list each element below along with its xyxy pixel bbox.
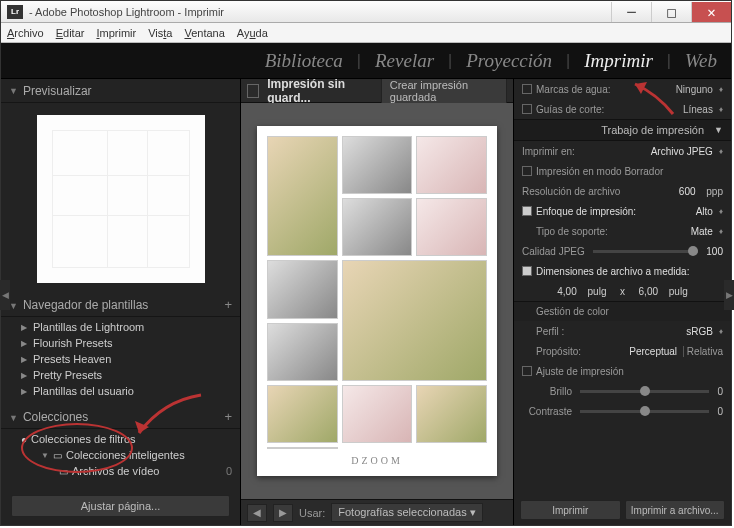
checkbox[interactable] [522, 166, 532, 176]
jpeg-quality-row: Calidad JPEG100 [514, 241, 731, 261]
photo-cell[interactable] [267, 385, 338, 443]
print-button[interactable]: Imprimir [520, 500, 621, 520]
checkbox-checked[interactable] [522, 266, 532, 276]
preview-header[interactable]: ▼Previsualizar [1, 79, 240, 103]
app-logo: Lr [7, 5, 23, 19]
use-selector[interactable]: Fotografías seleccionadas ▾ [331, 503, 482, 522]
checkbox[interactable] [522, 366, 532, 376]
module-revelar[interactable]: Revelar [375, 50, 434, 72]
menu-imprimir[interactable]: Imprimir [96, 27, 136, 39]
brightness-slider[interactable] [580, 390, 709, 393]
menu-vista[interactable]: Vista [148, 27, 172, 39]
photo-cell[interactable] [416, 385, 487, 443]
slider-thumb[interactable] [688, 246, 698, 256]
collection-item[interactable]: ▼▭Colecciones inteligentes [1, 447, 240, 463]
photo-cell[interactable] [267, 323, 338, 381]
photo-cell[interactable] [267, 136, 338, 256]
watermark-row[interactable]: Marcas de agua:Ninguno♦ [514, 79, 731, 99]
right-edge-toggle[interactable]: ▶ [724, 280, 734, 310]
chevron-icon: ♦ [719, 85, 723, 94]
intent-row: Propósito:Perceptual Relativa [514, 341, 731, 361]
prev-page-button[interactable]: ◀ [247, 504, 267, 522]
print-to-row[interactable]: Imprimir en:Archivo JPEG♦ [514, 141, 731, 161]
collections-header[interactable]: ▼Colecciones+ [1, 405, 240, 429]
chevron-icon: ♦ [719, 207, 723, 216]
resolution-row: Resolución de archivo600 ppp [514, 181, 731, 201]
chevron-down-icon: ▼ [41, 451, 49, 460]
chevron-down-icon: ▼ [9, 301, 18, 311]
chevron-right-icon: ▶ [21, 323, 29, 332]
photo-cell[interactable] [416, 198, 487, 256]
module-imprimir[interactable]: Imprimir [584, 50, 653, 72]
contrast-slider[interactable] [580, 410, 709, 413]
print-to-file-button[interactable]: Imprimir a archivo... [625, 500, 726, 520]
add-collection-icon[interactable]: + [224, 409, 232, 424]
draft-row[interactable]: Impresión en modo Borrador [514, 161, 731, 181]
print-job-header[interactable]: Trabajo de impresión▼ [514, 119, 731, 141]
collection-item[interactable]: ▭Archivos de vídeo0 [1, 463, 240, 479]
dimensions-row[interactable]: Dimensiones de archivo a medida: [514, 261, 731, 281]
photo-cell[interactable] [267, 260, 338, 318]
chevron-right-icon: ▶ [21, 371, 29, 380]
minimize-button[interactable]: ─ [611, 2, 651, 22]
chevron-right-icon: ▶ [21, 339, 29, 348]
photo-cell[interactable] [342, 136, 413, 194]
next-page-button[interactable]: ▶ [273, 504, 293, 522]
menu-editar[interactable]: Editar [56, 27, 85, 39]
intent-relative[interactable]: Relativa [687, 346, 723, 357]
template-folder[interactable]: ▶Flourish Presets [1, 335, 240, 351]
module-web[interactable]: Web [685, 50, 717, 72]
brightness-row: Brillo0 [514, 381, 731, 401]
chevron-down-icon: ▼ [714, 125, 723, 135]
module-proyeccion[interactable]: Proyección [466, 50, 552, 72]
chevron-icon: ♦ [719, 105, 723, 114]
print-page: DZOOM [257, 126, 497, 476]
sharpen-row[interactable]: Enfoque de impresión:Alto♦ [514, 201, 731, 221]
right-footer: Imprimir Imprimir a archivo... [514, 495, 731, 525]
checkbox-checked[interactable] [522, 206, 532, 216]
template-browser-header[interactable]: ▼Navegador de plantillas+ [1, 293, 240, 317]
guides-row[interactable]: Guías de corte:Líneas♦ [514, 99, 731, 119]
photo-cell[interactable] [342, 260, 487, 380]
titlebar: Lr - Adobe Photoshop Lightroom - Imprimi… [1, 1, 731, 23]
bullet-icon: ● [21, 434, 27, 445]
app-window: Lr - Adobe Photoshop Lightroom - Imprimi… [0, 0, 732, 526]
chevron-down-icon: ▼ [9, 413, 18, 423]
print-adjust-row[interactable]: Ajuste de impresión [514, 361, 731, 381]
template-folder[interactable]: ▶Pretty Presets [1, 367, 240, 383]
checkbox[interactable] [522, 104, 532, 114]
module-picker: Biblioteca | Revelar | Proyección | Impr… [1, 43, 731, 79]
center-toolbar: Impresión sin guard... Crear impresión g… [241, 79, 513, 103]
collection-item[interactable]: ●Colecciones de filtros [1, 431, 240, 447]
use-label: Usar: [299, 507, 325, 519]
left-edge-toggle[interactable]: ◀ [0, 280, 10, 310]
template-folder[interactable]: ▶Plantillas de Lightroom [1, 319, 240, 335]
chevron-down-icon: ▾ [470, 506, 476, 518]
maximize-button[interactable]: □ [651, 2, 691, 22]
menu-ventana[interactable]: Ventana [184, 27, 224, 39]
media-row[interactable]: Tipo de soporte:Mate♦ [514, 221, 731, 241]
slider-thumb[interactable] [640, 406, 650, 416]
profile-row[interactable]: Perfil :sRGB♦ [514, 321, 731, 341]
add-template-icon[interactable]: + [224, 297, 232, 312]
page-setup-button[interactable]: Ajustar página... [11, 495, 230, 517]
menu-ayuda[interactable]: Ayuda [237, 27, 268, 39]
menu-archivo[interactable]: Archivo [7, 27, 44, 39]
photo-cell[interactable] [342, 385, 413, 443]
module-biblioteca[interactable]: Biblioteca [265, 50, 343, 72]
template-folder[interactable]: ▶Presets Heaven [1, 351, 240, 367]
photo-cell[interactable] [342, 198, 413, 256]
slider-thumb[interactable] [640, 386, 650, 396]
photo-collage [267, 136, 487, 449]
chevron-icon: ♦ [719, 147, 723, 156]
checkbox[interactable] [522, 84, 532, 94]
template-folder[interactable]: ▶Plantillas del usuario [1, 383, 240, 399]
photo-cell[interactable] [416, 136, 487, 194]
close-button[interactable]: ✕ [691, 2, 731, 22]
center-footer: ◀ ▶ Usar: Fotografías seleccionadas ▾ [241, 499, 513, 525]
chevron-down-icon: ▼ [9, 86, 18, 96]
print-canvas[interactable]: DZOOM [241, 103, 513, 499]
jpeg-slider[interactable] [593, 250, 699, 253]
folder-icon: ▭ [53, 450, 62, 461]
intent-perceptual[interactable]: Perceptual [629, 346, 684, 357]
